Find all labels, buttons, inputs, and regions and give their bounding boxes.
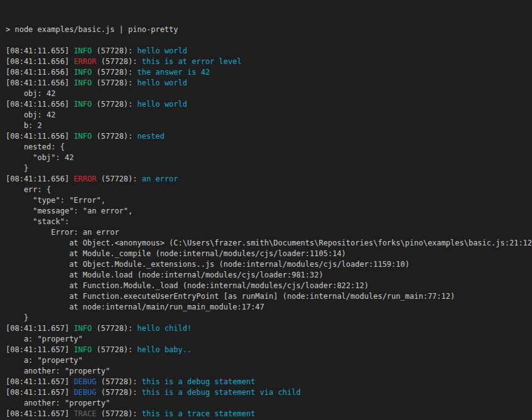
terminal[interactable]: > node examples/basic.js | pino-pretty[0…: [0, 0, 532, 420]
terminal-log-line: [08:41:11.657] INFO (57728): hello child…: [6, 323, 532, 334]
log-level: INFO: [73, 345, 92, 354]
terminal-line: "message": "an error",: [6, 206, 532, 217]
log-timestamp: [08:41:11.657]: [6, 345, 73, 354]
terminal-line: at Function.executeUserEntryPoint [as ru…: [6, 291, 532, 302]
log-detail-text: obj: 42: [6, 110, 55, 119]
log-level: DEBUG: [73, 377, 96, 386]
log-detail-text: b: 2: [6, 121, 42, 130]
log-level: ERROR: [73, 175, 96, 183]
log-message: hello world: [138, 100, 187, 109]
terminal-line: }: [6, 313, 532, 323]
log-message: hello child!: [138, 324, 192, 333]
log-detail-text: }: [6, 313, 28, 322]
terminal-line: a: "property": [6, 355, 532, 366]
terminal-line: "obj": 42: [6, 153, 532, 163]
terminal-line: > node examples/basic.js | pino-pretty: [6, 24, 532, 35]
log-timestamp: [08:41:11.657]: [6, 377, 73, 386]
terminal-line: at Object.<anonymous> (C:\Users\frazer.s…: [6, 238, 532, 249]
command-text: > node examples/basic.js | pino-pretty: [6, 25, 178, 34]
terminal-line: "type": "Error",: [6, 195, 532, 206]
terminal-line: "stack":: [6, 217, 532, 227]
terminal-line: another: "property": [6, 398, 532, 409]
log-timestamp: [08:41:11.656]: [6, 78, 73, 87]
log-detail-text: at node:internal/main/run_main_module:17…: [6, 303, 264, 311]
log-message: this is a debug statement: [142, 377, 256, 386]
log-detail-text: nested: {: [6, 143, 65, 151]
terminal-line: }: [6, 163, 532, 174]
log-level: DEBUG: [73, 388, 96, 397]
log-pid: (57728):: [97, 388, 142, 397]
log-timestamp: [08:41:11.656]: [6, 132, 73, 141]
log-pid: (57728):: [92, 100, 137, 109]
log-pid: (57728):: [92, 324, 137, 333]
terminal-line: obj: 42: [6, 89, 532, 99]
log-message: nested: [138, 132, 165, 141]
terminal-log-line: [08:41:11.656] ERROR (57728): an error: [6, 174, 532, 185]
log-message: hello world: [138, 78, 187, 87]
log-timestamp: [08:41:11.656]: [6, 100, 73, 109]
terminal-line: err: {: [6, 185, 532, 195]
log-timestamp: [08:41:11.656]: [6, 175, 73, 183]
log-level: TRACE: [73, 409, 96, 418]
terminal-line: at Object.Module._extensions..js (node:i…: [6, 259, 532, 270]
terminal-log-line: [08:41:11.657] DEBUG (57728): this is a …: [6, 387, 532, 398]
log-level: INFO: [73, 100, 92, 109]
log-message: this is at error level: [142, 57, 242, 66]
terminal-line: at node:internal/main/run_main_module:17…: [6, 302, 532, 313]
log-level: INFO: [73, 46, 92, 55]
terminal-log-line: [08:41:11.657] INFO (57728): hello baby.…: [6, 345, 532, 355]
terminal-line: [6, 35, 532, 46]
terminal-line: nested: {: [6, 142, 532, 153]
log-detail-text: a: "property": [6, 356, 83, 365]
log-timestamp: [08:41:11.657]: [6, 324, 73, 333]
log-detail-text: "obj": 42: [6, 153, 73, 162]
log-detail-text: err: {: [6, 185, 51, 194]
log-pid: (57728):: [97, 175, 142, 183]
log-timestamp: [08:41:11.657]: [6, 388, 73, 397]
log-message: the answer is 42: [138, 68, 210, 77]
log-detail-text: at Module.load (node:internal/modules/cj…: [6, 271, 323, 279]
log-detail-text: at Function.Module._load (node:internal/…: [6, 281, 369, 290]
log-pid: (57728):: [92, 132, 137, 141]
log-pid: (57728):: [92, 68, 137, 77]
terminal-log-line: [08:41:11.657] TRACE (57728): this is a …: [6, 409, 532, 419]
terminal-line: another: "property": [6, 366, 532, 377]
log-detail-text: a: "property": [6, 335, 83, 343]
log-pid: (57728):: [92, 78, 137, 87]
log-timestamp: [08:41:11.655]: [6, 46, 73, 55]
log-detail-text: at Function.executeUserEntryPoint [as ru…: [6, 292, 455, 301]
log-pid: (57728):: [92, 46, 137, 55]
terminal-log-line: [08:41:11.656] INFO (57728): nested: [6, 131, 532, 142]
log-detail-text: "type": "Error",: [6, 196, 106, 205]
log-detail-text: another: "property": [6, 367, 110, 375]
terminal-log-line: [08:41:11.657] DEBUG (57728): this is a …: [6, 377, 532, 387]
log-detail-text: at Module._compile (node:internal/module…: [6, 249, 346, 258]
log-detail-text: Error: an error: [6, 228, 119, 237]
log-level: INFO: [73, 324, 92, 333]
log-detail-text: }: [6, 164, 28, 173]
log-detail-text: obj: 42: [6, 89, 55, 98]
terminal-line: at Module._compile (node:internal/module…: [6, 249, 532, 259]
terminal-line: at Module.load (node:internal/modules/cj…: [6, 270, 532, 281]
terminal-line: at Function.Module._load (node:internal/…: [6, 281, 532, 291]
terminal-line: b: 2: [6, 121, 532, 131]
terminal-log-line: [08:41:11.656] INFO (57728): hello world: [6, 78, 532, 89]
terminal-line: obj: 42: [6, 110, 532, 121]
log-pid: (57728):: [92, 345, 137, 354]
log-detail-text: at Object.<anonymous> (C:\Users\frazer.s…: [6, 239, 532, 247]
log-message: hello world: [138, 46, 187, 55]
log-level: INFO: [73, 132, 92, 141]
log-detail-text: at Object.Module._extensions..js (node:i…: [6, 260, 410, 269]
terminal-log-line: [08:41:11.655] INFO (57728): hello world: [6, 46, 532, 57]
log-message: this is a trace statement: [142, 409, 256, 418]
log-message: hello baby..: [138, 345, 192, 354]
terminal-line: Error: an error: [6, 227, 532, 238]
log-timestamp: [08:41:11.656]: [6, 57, 73, 66]
log-pid: (57728):: [97, 377, 142, 386]
log-pid: (57728):: [97, 57, 142, 66]
terminal-line: a: "property": [6, 334, 532, 345]
log-detail-text: "message": "an error",: [6, 207, 133, 215]
log-detail-text: another: "property": [6, 399, 110, 407]
log-message: this is a debug statement via child: [142, 388, 301, 397]
log-timestamp: [08:41:11.656]: [6, 68, 73, 77]
